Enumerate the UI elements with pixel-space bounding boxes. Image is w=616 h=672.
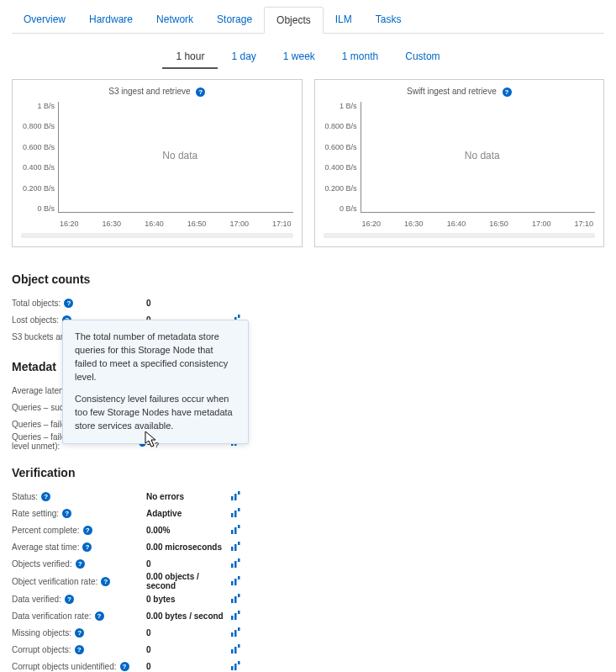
svg-rect-7 <box>231 496 234 500</box>
bar-chart-icon[interactable] <box>230 611 242 621</box>
x-tick: 17:10 <box>574 220 593 228</box>
x-tick: 17:10 <box>272 220 292 228</box>
timerange-1-week[interactable]: 1 week <box>270 45 329 69</box>
svg-rect-18 <box>238 542 240 545</box>
info-icon[interactable]: ? <box>75 645 84 654</box>
metric-label-text: Missing objects: <box>12 628 71 638</box>
info-icon[interactable]: ? <box>101 577 110 586</box>
metric-value: 0 bytes <box>146 595 230 604</box>
svg-rect-27 <box>238 594 240 597</box>
x-tick: 16:20 <box>362 220 382 228</box>
metric-label: Missing objects:? <box>12 628 146 638</box>
info-icon[interactable]: ? <box>95 611 104 621</box>
metric-label: Data verified:? <box>12 595 146 604</box>
tab-objects[interactable]: Objects <box>264 7 324 34</box>
metric-label: Corrupt objects:? <box>12 645 146 654</box>
info-icon[interactable]: ? <box>41 492 50 501</box>
x-axis: 16:2016:3016:4016:5017:0017:10 <box>58 220 293 228</box>
tab-network[interactable]: Network <box>145 7 205 33</box>
metric-label: Rate setting:? <box>12 509 146 518</box>
info-icon[interactable]: ? <box>82 542 92 552</box>
tab-storage[interactable]: Storage <box>205 7 264 33</box>
svg-rect-2 <box>238 315 240 318</box>
chart-scrollbar[interactable] <box>324 233 596 238</box>
bar-chart-icon[interactable] <box>230 644 242 654</box>
metric-label-text: Queries – faile <box>12 420 66 429</box>
info-icon[interactable]: ? <box>196 87 205 97</box>
info-icon[interactable]: ? <box>62 509 71 518</box>
svg-rect-29 <box>234 613 237 620</box>
tab-ilm[interactable]: ILM <box>324 7 364 33</box>
info-icon[interactable]: ? <box>75 628 84 638</box>
bar-chart-icon[interactable] <box>230 525 242 535</box>
x-tick: 16:30 <box>103 220 122 228</box>
info-icon[interactable]: ? <box>65 595 74 604</box>
bar-chart-icon[interactable] <box>230 661 242 671</box>
metric-label: Total objects:? <box>12 299 146 308</box>
metric-label-text: Corrupt objects: <box>12 645 71 654</box>
metric-label-text: Objects verified: <box>12 559 72 569</box>
timerange-1-hour[interactable]: 1 hour <box>162 45 218 69</box>
bar-chart-icon[interactable] <box>230 491 242 501</box>
metric-label-text: Data verified: <box>12 595 61 604</box>
y-tick: 0.800 B/s <box>23 122 55 130</box>
metric-value: 0 <box>146 662 230 671</box>
metric-row: Data verified:?0 bytes <box>12 590 604 607</box>
bar-chart-icon[interactable] <box>230 576 242 586</box>
metric-label: Objects verified:? <box>12 559 146 569</box>
info-icon[interactable]: ? <box>76 559 85 569</box>
chart-title-text: Swift ingest and retrieve <box>407 87 497 96</box>
metric-row: Percent complete:?0.00% <box>12 521 604 538</box>
timerange-1-month[interactable]: 1 month <box>329 45 392 69</box>
metric-value: No errors <box>146 492 230 501</box>
x-tick: 17:00 <box>532 220 551 228</box>
chart-scrollbar[interactable] <box>21 233 293 238</box>
bar-chart-icon[interactable] <box>230 558 242 569</box>
metric-row: Status:?No errors <box>12 488 604 505</box>
metric-label-text: Data verification rate: <box>12 611 92 621</box>
metric-row: Corrupt objects:?0 <box>12 641 604 658</box>
metric-label-text: Status: <box>12 492 38 501</box>
timerange-custom[interactable]: Custom <box>392 45 453 69</box>
metric-value: 0.00 bytes / second <box>146 611 230 621</box>
metric-label-text: Percent complete: <box>12 526 80 535</box>
tab-tasks[interactable]: Tasks <box>364 7 413 33</box>
no-data-label: No data <box>465 150 500 161</box>
metric-label: Average stat time:? <box>12 542 146 552</box>
info-icon[interactable]: ? <box>503 87 512 97</box>
bar-chart-icon[interactable] <box>230 542 242 552</box>
svg-rect-26 <box>234 596 237 603</box>
y-tick: 0 B/s <box>37 204 55 213</box>
info-icon[interactable]: ? <box>83 526 92 535</box>
metric-row: Object verification rate:?0.00 objects /… <box>12 572 604 590</box>
tooltip: The total number of metadata store queri… <box>62 320 249 444</box>
info-icon[interactable]: ? <box>120 662 129 671</box>
svg-rect-16 <box>231 547 234 551</box>
svg-rect-10 <box>231 513 234 517</box>
chart-title-text: S3 ingest and retrieve <box>108 87 190 96</box>
y-tick: 1 B/s <box>37 102 55 110</box>
bar-chart-icon[interactable] <box>230 627 242 638</box>
metric-row: Rate setting:?Adaptive <box>12 505 604 521</box>
x-tick: 16:50 <box>187 220 207 228</box>
metric-row: Missing objects:?0 <box>12 624 604 641</box>
timerange-1-day[interactable]: 1 day <box>218 45 269 69</box>
svg-rect-25 <box>231 599 234 603</box>
metric-row: Corrupt objects unidentified:?0 <box>12 658 604 672</box>
chart-swift: Swift ingest and retrieve ? 1 B/s0.800 B… <box>314 79 605 247</box>
bar-chart-icon[interactable] <box>230 594 242 604</box>
bar-chart-icon[interactable] <box>230 508 242 518</box>
svg-rect-14 <box>234 527 237 534</box>
metric-value: 0 <box>146 299 230 308</box>
metric-label-text: Queries – succ <box>12 403 68 412</box>
x-tick: 16:40 <box>145 220 164 228</box>
metric-label-text: Average stat time: <box>12 542 79 552</box>
tab-overview[interactable]: Overview <box>12 7 77 33</box>
metric-row: Objects verified:?0 <box>12 555 604 572</box>
svg-rect-21 <box>238 558 240 562</box>
svg-rect-35 <box>234 647 237 653</box>
info-icon[interactable]: ? <box>64 299 73 308</box>
y-tick: 0.600 B/s <box>324 143 356 151</box>
tab-hardware[interactable]: Hardware <box>77 7 145 33</box>
svg-rect-13 <box>231 530 234 534</box>
